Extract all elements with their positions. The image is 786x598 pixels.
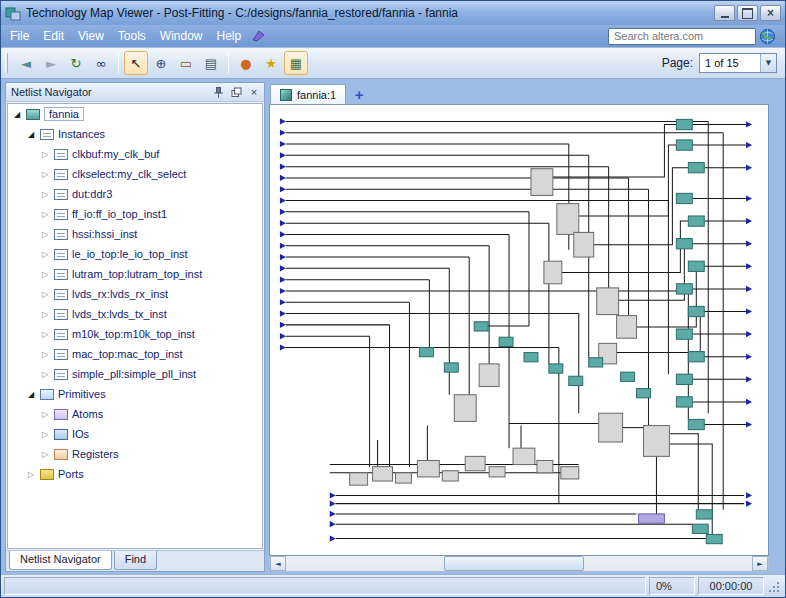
tree-item-simple-pll-simple-pll-inst[interactable]: ▷simple_pll:simple_pll_inst [8, 364, 262, 384]
menu-window[interactable]: Window [153, 27, 210, 45]
tree-item-ios[interactable]: ▷IOs [8, 424, 262, 444]
toolbar-grip[interactable] [5, 53, 8, 73]
instances-icon [40, 129, 54, 140]
expand-arrow-icon[interactable]: ▷ [40, 210, 50, 219]
birds-eye-button[interactable]: ▦ [284, 51, 308, 75]
tree-item-clkbuf-my-clk-buf[interactable]: ▷clkbuf:my_clk_buf [8, 144, 262, 164]
globe-icon[interactable] [757, 28, 778, 45]
instance-icon [54, 249, 68, 260]
expand-arrow-icon[interactable]: ▷ [40, 150, 50, 159]
document-tab-label: fannia:1 [297, 89, 336, 101]
select-tool-button[interactable]: ↖ [124, 51, 148, 75]
tree-item-ports[interactable]: ▷Ports [8, 464, 262, 484]
expand-arrow-icon[interactable]: ▷ [40, 350, 50, 359]
menu-file[interactable]: File [3, 27, 36, 45]
feedback-icon[interactable] [249, 29, 269, 43]
page-label: Page: [662, 56, 693, 70]
tree-item-label: Atoms [72, 408, 103, 420]
progress-indicator: 0% [649, 577, 695, 595]
schematic-canvas[interactable] [269, 104, 769, 556]
float-panel-icon[interactable] [228, 85, 244, 100]
tree-item-label: lutram_top:lutram_top_inst [72, 268, 202, 280]
highlight-button[interactable]: ★ [259, 51, 283, 75]
birds-eye-icon: ▦ [290, 56, 302, 71]
tree-item-mac-top-mac-top-inst[interactable]: ▷mac_top:mac_top_inst [8, 344, 262, 364]
tree-item-primitives[interactable]: ◢Primitives [8, 384, 262, 404]
zoom-tool-button[interactable]: ⊕ [149, 51, 173, 75]
expand-arrow-icon[interactable]: ▷ [40, 250, 50, 259]
expand-arrow-icon[interactable]: ▷ [40, 370, 50, 379]
horizontal-scrollbar[interactable]: ◄ ► [269, 556, 769, 572]
close-button[interactable] [760, 5, 781, 21]
menu-tools[interactable]: Tools [111, 27, 153, 45]
tree-item-label: dut:ddr3 [72, 188, 112, 200]
instance-icon [54, 149, 68, 160]
tree-item-dut-ddr3[interactable]: ▷dut:ddr3 [8, 184, 262, 204]
tree-item-clkselect-my-clk-select[interactable]: ▷clkselect:my_clk_select [8, 164, 262, 184]
expand-arrow-icon[interactable]: ▷ [40, 410, 50, 419]
report-button[interactable]: ▤ [199, 51, 223, 75]
tab-find[interactable]: Find [114, 551, 157, 570]
page-select[interactable]: 1 of 15 ▼ [699, 53, 777, 73]
menu-help[interactable]: Help [210, 27, 249, 45]
chevron-down-icon[interactable]: ▼ [760, 54, 776, 72]
collapse-arrow-icon[interactable]: ◢ [26, 390, 36, 399]
close-panel-icon[interactable]: × [246, 85, 262, 100]
refresh-button[interactable]: ↻ [64, 51, 88, 75]
collapse-arrow-icon[interactable]: ◢ [26, 130, 36, 139]
primitives-icon [40, 389, 54, 400]
expand-arrow-icon[interactable]: ▷ [40, 230, 50, 239]
color-settings-button[interactable]: ● [234, 51, 258, 75]
panel-header: Netlist Navigator × [6, 83, 264, 102]
expand-arrow-icon[interactable]: ▷ [40, 310, 50, 319]
expand-arrow-icon[interactable]: ▷ [40, 430, 50, 439]
menubar: FileEditViewToolsWindowHelp [1, 25, 785, 47]
tree-item-fannia[interactable]: ◢fannia [8, 104, 262, 124]
scrollbar-thumb[interactable] [444, 556, 584, 571]
tree-item-lvds-tx-lvds-tx-inst[interactable]: ▷lvds_tx:lvds_tx_inst [8, 304, 262, 324]
scrollbar-track[interactable] [286, 556, 752, 571]
instance-icon [54, 369, 68, 380]
expand-arrow-icon[interactable]: ▷ [40, 290, 50, 299]
expand-arrow-icon[interactable]: ▷ [40, 330, 50, 339]
maximize-button[interactable] [737, 5, 758, 21]
scroll-left-button[interactable]: ◄ [270, 556, 286, 571]
tree-item-m10k-top-m10k-top-inst[interactable]: ▷m10k_top:m10k_top_inst [8, 324, 262, 344]
tab-fannia-1[interactable]: fannia:1 [270, 84, 346, 104]
resize-grip[interactable] [767, 577, 782, 595]
status-message-area [4, 577, 646, 595]
scroll-right-button[interactable]: ► [752, 556, 768, 571]
minimize-button[interactable] [714, 5, 735, 21]
color-settings-icon: ● [240, 56, 251, 71]
new-tab-button[interactable]: + [350, 85, 368, 103]
tree-item-lutram-top-lutram-top-inst[interactable]: ▷lutram_top:lutram_top_inst [8, 264, 262, 284]
find-button[interactable]: ∞ [89, 51, 113, 75]
expand-arrow-icon[interactable]: ▷ [40, 190, 50, 199]
expand-arrow-icon[interactable]: ▷ [26, 470, 36, 479]
tree-item-hssi-hssi-inst[interactable]: ▷hssi:hssi_inst [8, 224, 262, 244]
tree-item-le-io-top-le-io-top-inst[interactable]: ▷le_io_top:le_io_top_inst [8, 244, 262, 264]
expand-arrow-icon[interactable]: ▷ [40, 450, 50, 459]
tree-item-label: clkbuf:my_clk_buf [72, 148, 159, 160]
forward-button[interactable]: ► [39, 51, 63, 75]
tree-item-ff-io-ff-io-top-inst1[interactable]: ▷ff_io:ff_io_top_inst1 [8, 204, 262, 224]
tab-netlist-navigator[interactable]: Netlist Navigator [9, 551, 112, 570]
titlebar: Technology Map Viewer - Post-Fitting - C… [1, 1, 785, 25]
tree-item-label: lvds_tx:lvds_tx_inst [72, 308, 167, 320]
zoom-area-button[interactable]: ▭ [174, 51, 198, 75]
expand-arrow-icon[interactable]: ▷ [40, 170, 50, 179]
tree-item-atoms[interactable]: ▷Atoms [8, 404, 262, 424]
schematic-svg [270, 105, 768, 555]
tree-item-lvds-rx-lvds-rx-inst[interactable]: ▷lvds_rx:lvds_rx_inst [8, 284, 262, 304]
back-button[interactable]: ◄ [14, 51, 38, 75]
tree-item-registers[interactable]: ▷Registers [8, 444, 262, 464]
toolbar-buttons: ◄►↻∞↖⊕▭▤●★▦ [14, 51, 308, 75]
menu-edit[interactable]: Edit [36, 27, 71, 45]
pin-icon[interactable] [210, 85, 226, 100]
menu-view[interactable]: View [71, 27, 111, 45]
collapse-arrow-icon[interactable]: ◢ [12, 110, 22, 119]
schematic-icon [280, 89, 292, 101]
expand-arrow-icon[interactable]: ▷ [40, 270, 50, 279]
tree-item-instances[interactable]: ◢Instances [8, 124, 262, 144]
search-input[interactable] [608, 28, 756, 45]
